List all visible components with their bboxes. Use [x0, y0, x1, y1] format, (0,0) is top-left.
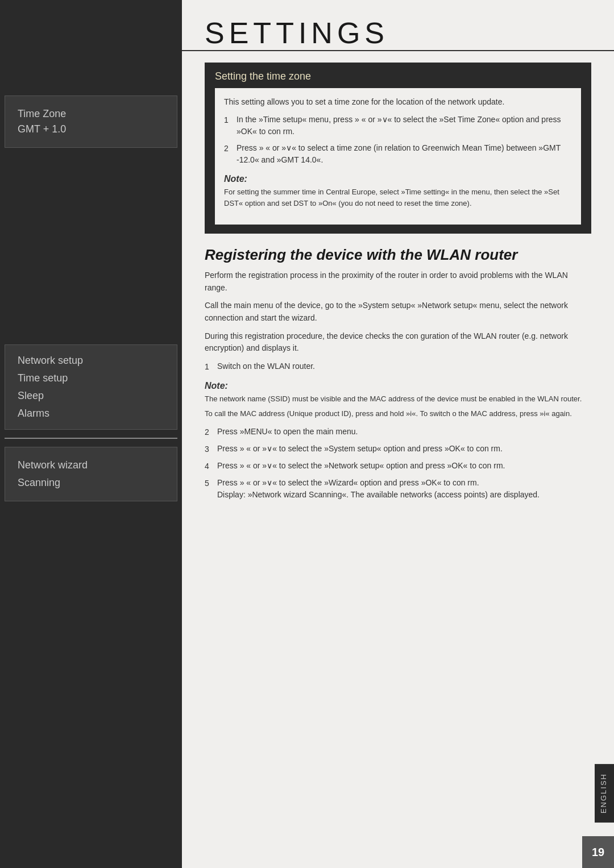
- wlan-step3: 3 Press » « or »∨« to select the »System…: [205, 443, 591, 455]
- wlan-step5-num: 5: [205, 477, 217, 501]
- sidebar-item-scanning[interactable]: Scanning: [18, 475, 164, 491]
- wlan-display-note: Display: »Network wizard Scanning«. The …: [217, 490, 540, 499]
- wlan-step4-num: 4: [205, 460, 217, 472]
- language-tab: ENGLISH: [595, 764, 614, 823]
- wlan-step3-text: Press » « or »∨« to select the »System s…: [217, 443, 591, 455]
- menu-items-box: Network setup Time setup Sleep Alarms: [5, 344, 177, 430]
- wlan-step2-text: Press »MENU« to open the main menu.: [217, 426, 591, 438]
- time-zone-box: Time Zone GMT + 1.0: [5, 95, 177, 148]
- setting-tz-note: Note: For setting the summer time in Cen…: [224, 174, 572, 209]
- step-tz-1-num: 1: [224, 114, 237, 138]
- wlan-para2: Call the main menu of the device, go to …: [205, 300, 591, 324]
- step-tz-2-num: 2: [224, 143, 237, 166]
- step-tz-1: 1 In the »Time setup« menu, press » « or…: [224, 114, 572, 138]
- wlan-step5-text: Press » « or »∨« to select the »Wizard« …: [217, 477, 591, 501]
- setting-time-zone-section: Setting the time zone This setting allow…: [205, 63, 591, 234]
- setting-time-zone-description: This setting allows you to set a time zo…: [224, 96, 572, 108]
- wlan-step5: 5 Press » « or »∨« to select the »Wizard…: [205, 477, 591, 501]
- sidebar-item-network-wizard[interactable]: Network wizard: [18, 458, 164, 473]
- step-tz-1-text: In the »Time setup« menu, press » « or »…: [237, 114, 572, 138]
- setting-tz-note-title: Note:: [224, 174, 572, 184]
- wlan-section-heading: Registering the device with the WLAN rou…: [205, 246, 591, 264]
- sidebar-item-network-setup[interactable]: Network setup: [18, 353, 164, 368]
- main-content: SETTINGS Setting the time zone This sett…: [182, 0, 614, 868]
- wlan-step2: 2 Press »MENU« to open the main menu.: [205, 426, 591, 438]
- page-container: Time Zone GMT + 1.0 Network setup Time s…: [0, 0, 614, 868]
- wlan-step1-text: Switch on the WLAN router.: [217, 360, 591, 373]
- wlan-para1: Perform the registration process in the …: [205, 269, 591, 294]
- network-wizard-box: Network wizard Scanning: [5, 447, 177, 501]
- wlan-steps: 2 Press »MENU« to open the main menu. 3 …: [205, 426, 591, 501]
- wlan-step4: 4 Press » « or »∨« to select the »Networ…: [205, 460, 591, 472]
- wlan-note-text1: The network name (SSID) must be visible …: [205, 393, 591, 405]
- sidebar: Time Zone GMT + 1.0 Network setup Time s…: [0, 0, 182, 868]
- wlan-step4-text: Press » « or »∨« to select the »Network …: [217, 460, 591, 472]
- setting-time-zone-body: This setting allows you to set a time zo…: [215, 88, 581, 225]
- sidebar-item-sleep[interactable]: Sleep: [18, 388, 164, 404]
- wlan-note-title: Note:: [205, 381, 591, 391]
- step-tz-2: 2 Press » « or »∨« to select a time zone…: [224, 142, 572, 166]
- time-zone-value: GMT + 1.0: [18, 123, 66, 135]
- page-number: 19: [582, 836, 614, 868]
- page-header: SETTINGS: [182, 0, 614, 51]
- wlan-para3: During this registration procedure, the …: [205, 330, 591, 355]
- sidebar-item-time-setup[interactable]: Time setup: [18, 371, 164, 386]
- wlan-note-text2: To call the MAC address (Unique product …: [205, 408, 591, 420]
- step-tz-2-text: Press » « or »∨« to select a time zone (…: [237, 142, 572, 166]
- content-area: Setting the time zone This setting allow…: [182, 51, 614, 868]
- wlan-step1: 1 Switch on the WLAN router.: [205, 360, 591, 373]
- wlan-note: Note: The network name (SSID) must be vi…: [205, 381, 591, 419]
- setting-tz-note-text: For setting the summer time in Central E…: [224, 186, 572, 209]
- time-zone-label: Time Zone: [18, 108, 66, 119]
- wlan-step1-num: 1: [205, 361, 217, 373]
- page-title: SETTINGS: [205, 16, 591, 50]
- setting-time-zone-steps: 1 In the »Time setup« menu, press » « or…: [224, 114, 572, 166]
- setting-time-zone-heading: Setting the time zone: [215, 70, 581, 82]
- wlan-step3-num: 3: [205, 443, 217, 455]
- wlan-step2-num: 2: [205, 426, 217, 438]
- sidebar-item-alarms[interactable]: Alarms: [18, 406, 164, 421]
